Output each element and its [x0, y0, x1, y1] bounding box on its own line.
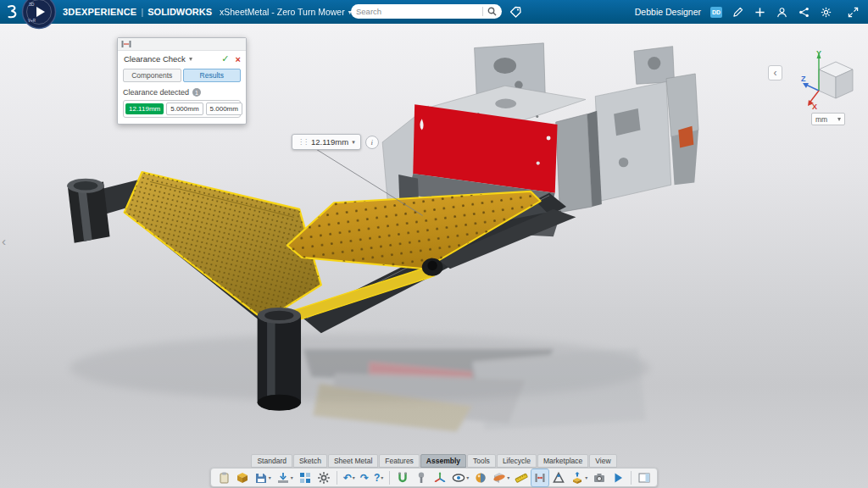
add-icon[interactable]	[754, 6, 766, 19]
snapshot-button[interactable]	[591, 469, 608, 486]
dialog-title: Clearance Check	[124, 54, 186, 64]
view-cube[interactable]: Y Z X	[800, 47, 861, 110]
fastener-button[interactable]	[413, 469, 430, 486]
clearance-check-button[interactable]	[531, 469, 548, 486]
redo-button[interactable]: ↷	[359, 469, 370, 486]
redo-icon: ↷	[360, 473, 369, 483]
status-count-badge: 1	[192, 88, 201, 97]
tab-view[interactable]: View	[589, 454, 616, 468]
left-panel-chevron[interactable]: ‹	[2, 234, 6, 248]
settings-button[interactable]	[315, 469, 332, 486]
component-icon	[236, 471, 249, 485]
tab-assembly[interactable]: Assembly	[420, 454, 466, 468]
tab-sketch[interactable]: Sketch	[293, 454, 327, 468]
measure-button[interactable]	[513, 469, 530, 486]
tab-tools[interactable]: Tools	[467, 454, 496, 468]
save-button[interactable]: ▾	[253, 469, 273, 486]
pattern-icon	[298, 471, 312, 485]
units-dropdown[interactable]: mm ▾	[811, 113, 845, 125]
gear-icon[interactable]	[820, 6, 832, 19]
svg-text:Z: Z	[801, 75, 806, 83]
fastener-icon	[415, 471, 428, 485]
result-values-box: 12.119mm 5.000mm 5.000mm	[123, 100, 241, 118]
tab-features[interactable]: Features	[379, 454, 420, 468]
camera-icon	[593, 471, 606, 485]
min-clearance-chip-2[interactable]: 5.000mm	[206, 103, 242, 115]
dialog-minibar	[118, 38, 246, 51]
svg-text:V+R: V+R	[28, 19, 36, 23]
mate-icon	[396, 471, 409, 485]
user-avatar-badge[interactable]: DD	[710, 7, 722, 18]
search-divider	[482, 7, 483, 16]
tab-standard[interactable]: Standard	[251, 454, 292, 468]
move-triad-icon	[433, 471, 447, 485]
save-caret-icon: ▾	[269, 474, 271, 480]
toolbar-separator	[631, 471, 632, 485]
mass-properties-button[interactable]	[550, 469, 567, 486]
callout-caret-icon[interactable]: ▾	[352, 139, 355, 146]
tab-marketplace[interactable]: Marketplace	[537, 454, 588, 468]
units-caret-icon: ▾	[837, 115, 841, 123]
pattern-button[interactable]	[297, 469, 314, 486]
fullscreen-expand-icon[interactable]	[847, 6, 860, 19]
play-button[interactable]	[609, 469, 626, 486]
confirm-button[interactable]: ✓	[221, 53, 229, 64]
appearance-button[interactable]	[472, 469, 489, 486]
exploded-caret-icon: ▾	[585, 474, 587, 480]
clearance-check-icon	[121, 40, 131, 48]
svg-text:X: X	[812, 103, 817, 110]
compass-icon[interactable]: 3D V+R	[21, 0, 57, 30]
paste-button[interactable]	[215, 469, 232, 486]
edit-icon[interactable]	[732, 6, 744, 19]
help-button[interactable]: ? ▾	[372, 469, 385, 486]
tab-lifecycle[interactable]: Lifecycle	[497, 454, 537, 468]
help-icon: ?	[374, 473, 380, 483]
import-icon	[276, 471, 290, 485]
import-button[interactable]: ▾	[275, 469, 295, 486]
info-icon[interactable]: i	[365, 136, 379, 149]
tag-icon[interactable]	[509, 6, 521, 18]
tab-components[interactable]: Components	[123, 69, 181, 82]
measure-icon	[515, 471, 528, 485]
undo-button[interactable]: ↶ ▾	[342, 469, 357, 486]
clearance-check-dialog: Clearance Check ▾ ✓ × Components Results…	[117, 37, 247, 125]
status-label: Clearance detected	[123, 88, 189, 97]
tab-sheet-metal[interactable]: Sheet Metal	[328, 454, 378, 468]
model-hub[interactable]	[422, 258, 443, 276]
min-clearance-chip-1[interactable]: 5.000mm	[166, 103, 203, 115]
model-front-post[interactable]	[258, 308, 301, 411]
action-toolbar: ▾ ▾ ↶ ▾ ↷ ? ▾	[0, 468, 868, 487]
svg-text:Y: Y	[816, 49, 821, 58]
clearance-value-chip[interactable]: 12.119mm	[125, 103, 164, 114]
user-name[interactable]: Debbie Designer	[635, 7, 701, 17]
display-panel-button[interactable]	[636, 469, 653, 486]
3ds-logo-icon[interactable]	[6, 4, 19, 19]
dialog-title-caret-icon[interactable]: ▾	[189, 55, 192, 63]
insert-component-button[interactable]	[234, 469, 251, 486]
share-icon[interactable]	[798, 6, 810, 19]
top-app-bar: 3D V+R 3DEXPERIENCE | SOLIDWORKS xSheetM…	[0, 0, 868, 24]
tab-results[interactable]: Results	[183, 69, 242, 82]
search-bar[interactable]	[351, 4, 502, 19]
search-icon[interactable]	[487, 7, 497, 16]
eye-icon	[452, 471, 465, 485]
mate-button[interactable]	[394, 469, 411, 486]
drag-handle[interactable]: ⋮⋮	[298, 138, 308, 146]
right-panel-chevron[interactable]: ‹	[768, 65, 782, 80]
hide-show-button[interactable]: ▾	[450, 469, 470, 486]
undo-caret-icon: ▾	[353, 474, 355, 480]
cancel-button[interactable]: ×	[236, 54, 241, 64]
clearance-check-tool-icon	[533, 471, 547, 485]
paste-icon	[217, 471, 231, 485]
exploded-view-button[interactable]: ▾	[569, 469, 589, 486]
appearance-ball-icon	[474, 471, 487, 485]
move-component-button[interactable]	[431, 469, 448, 486]
search-input[interactable]	[356, 7, 478, 16]
undo-icon: ↶	[343, 473, 352, 483]
user-icon[interactable]	[776, 6, 788, 19]
toolbar-separator	[389, 471, 390, 485]
app-title-dropdown[interactable]: xSheetMetal - Zero Turn Mower ▾	[220, 7, 352, 17]
brand-divider: |	[141, 7, 143, 17]
model-left-post[interactable]	[67, 179, 109, 243]
section-view-button[interactable]: ▾	[491, 469, 511, 486]
